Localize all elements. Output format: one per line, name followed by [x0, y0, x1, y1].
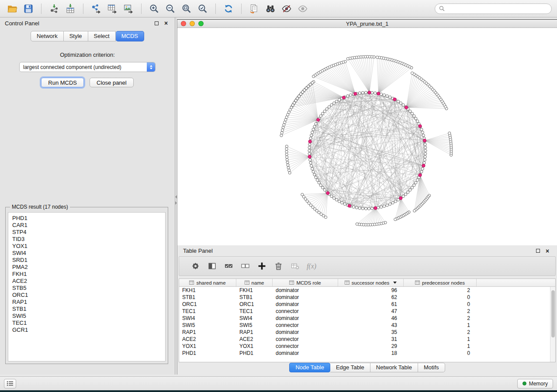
mcds-result-list[interactable]: PHD1CAR1STP4TID3YOX1SWI4SRD1PMA2FKH1ACE2…: [8, 212, 166, 361]
mcds-result-item[interactable]: TEC1: [12, 320, 161, 327]
network-hub-node[interactable]: [308, 155, 311, 158]
tab-node-table[interactable]: Node Table: [289, 363, 330, 372]
network-node[interactable]: [399, 102, 402, 104]
column-header-shared-name[interactable]: shared name: [179, 279, 236, 286]
network-node[interactable]: [335, 199, 338, 201]
network-node[interactable]: [309, 137, 312, 140]
network-hub-node[interactable]: [317, 118, 320, 121]
network-node[interactable]: [285, 116, 288, 118]
column-header-mcds-role[interactable]: MCDS role: [273, 279, 338, 286]
network-node[interactable]: [338, 200, 341, 203]
network-hub-node[interactable]: [393, 98, 396, 101]
network-node[interactable]: [333, 102, 336, 104]
network-hub-node[interactable]: [399, 196, 402, 199]
network-node[interactable]: [407, 191, 409, 193]
network-node[interactable]: [341, 202, 343, 204]
network-canvas[interactable]: [177, 28, 557, 245]
mcds-result-item[interactable]: STB1: [12, 306, 161, 313]
tab-motifs[interactable]: Motifs: [418, 363, 445, 372]
network-node[interactable]: [405, 193, 407, 196]
network-node[interactable]: [308, 152, 311, 155]
network-node[interactable]: [318, 181, 320, 184]
select-all-columns-button[interactable]: [220, 259, 237, 273]
network-node[interactable]: [311, 131, 314, 134]
network-node[interactable]: [313, 173, 316, 176]
network-node[interactable]: [286, 161, 289, 164]
network-node[interactable]: [364, 91, 367, 94]
network-node[interactable]: [413, 184, 415, 186]
network-hub-node[interactable]: [374, 206, 377, 210]
network-node[interactable]: [421, 168, 424, 170]
tab-network[interactable]: Network: [31, 31, 64, 41]
export-image-button[interactable]: [121, 2, 135, 15]
delete-column-button[interactable]: [270, 259, 287, 273]
network-node[interactable]: [374, 92, 377, 94]
network-node[interactable]: [391, 202, 394, 204]
network-node[interactable]: [308, 143, 311, 146]
float-table-panel-button[interactable]: [534, 248, 542, 254]
network-hub-node[interactable]: [308, 140, 311, 143]
mcds-result-item[interactable]: GCR1: [12, 327, 161, 334]
network-node[interactable]: [361, 91, 364, 94]
show-columns-button[interactable]: [204, 259, 220, 273]
network-node[interactable]: [287, 164, 289, 166]
network-node[interactable]: [284, 121, 286, 124]
tab-edge-table[interactable]: Edge Table: [330, 363, 370, 372]
network-node[interactable]: [285, 145, 288, 148]
export-table-button[interactable]: [105, 2, 119, 15]
network-node[interactable]: [315, 123, 317, 125]
network-node[interactable]: [343, 203, 346, 205]
network-node[interactable]: [281, 129, 284, 131]
network-graph[interactable]: [177, 28, 557, 245]
network-node[interactable]: [356, 223, 358, 225]
network-hub-node[interactable]: [377, 92, 380, 95]
network-node[interactable]: [402, 103, 405, 106]
mcds-result-item[interactable]: SWI4: [12, 250, 161, 257]
network-node[interactable]: [358, 92, 361, 94]
mcds-result-item[interactable]: PHD1: [12, 215, 161, 222]
table-row[interactable]: YOX1YOX1connector291: [179, 343, 555, 350]
tab-network-table[interactable]: Network Table: [370, 363, 418, 372]
mcds-result-item[interactable]: ORC1: [12, 292, 161, 299]
mcds-result-item[interactable]: CAR1: [12, 222, 161, 229]
network-node[interactable]: [333, 197, 336, 199]
network-node[interactable]: [389, 203, 391, 205]
table-row[interactable]: FKH1FKH1dominator962: [179, 287, 555, 294]
network-node[interactable]: [367, 207, 370, 210]
criterion-select[interactable]: largest connected component (undirected): [19, 62, 156, 72]
close-control-panel-button[interactable]: ×: [162, 20, 170, 27]
memory-button[interactable]: Memory: [517, 379, 553, 389]
network-node[interactable]: [285, 151, 288, 153]
table-row[interactable]: ACE2ACE2connector311: [179, 336, 555, 343]
network-node[interactable]: [422, 134, 425, 137]
network-node[interactable]: [308, 149, 311, 152]
mcds-result-item[interactable]: SRD1: [12, 257, 161, 264]
network-node[interactable]: [355, 206, 358, 209]
mcds-result-item[interactable]: STP4: [12, 229, 161, 236]
network-node[interactable]: [319, 115, 322, 117]
network-node[interactable]: [423, 158, 426, 161]
create-column-button[interactable]: [253, 259, 270, 273]
network-node[interactable]: [309, 162, 312, 164]
network-node[interactable]: [313, 125, 316, 128]
network-hub-node[interactable]: [368, 91, 371, 94]
network-hub-node[interactable]: [348, 204, 351, 207]
network-node[interactable]: [371, 207, 374, 210]
network-node[interactable]: [311, 168, 314, 170]
network-node[interactable]: [416, 120, 419, 122]
network-node[interactable]: [424, 143, 426, 146]
table-row[interactable]: PHD1PHD1dominator180: [179, 350, 555, 357]
network-node[interactable]: [308, 146, 311, 149]
table-row[interactable]: TEC1TEC1connector472: [179, 308, 555, 315]
save-session-button[interactable]: [21, 2, 35, 15]
mcds-result-item[interactable]: RAP1: [12, 299, 161, 306]
network-node[interactable]: [424, 155, 426, 158]
network-hub-node[interactable]: [326, 192, 329, 195]
network-node[interactable]: [383, 205, 385, 207]
network-node[interactable]: [338, 99, 341, 101]
table-scrollbar[interactable]: [550, 287, 555, 362]
show-graphics-button[interactable]: [296, 2, 310, 15]
column-header-name[interactable]: name: [236, 279, 273, 286]
network-node[interactable]: [423, 162, 426, 164]
network-node[interactable]: [380, 93, 383, 96]
